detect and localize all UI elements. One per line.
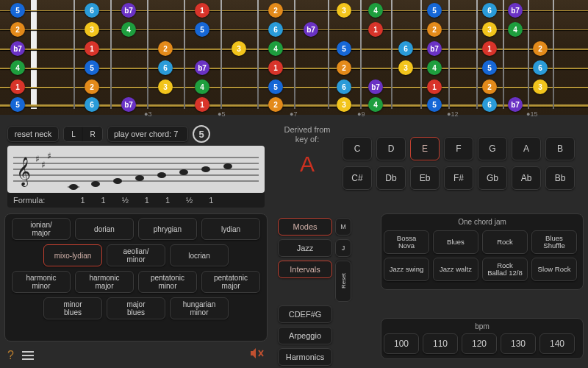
fretboard-note[interactable]: 6 (268, 22, 283, 37)
fretboard-note[interactable]: 5 (337, 41, 351, 56)
scale-pentatonic-major-button[interactable]: pentatonic major (201, 271, 260, 293)
fretboard-note[interactable]: 1 (482, 41, 497, 56)
scale-major-blues-button[interactable]: major blues (107, 297, 165, 319)
fretboard-note[interactable]: 5 (268, 79, 283, 94)
fretboard-note[interactable]: 1 (85, 41, 99, 56)
bpm-110-button[interactable]: 110 (423, 333, 458, 354)
scale-minor-blues-button[interactable]: minor blues (43, 297, 102, 319)
key-g-button[interactable]: G (478, 137, 507, 160)
fretboard-note[interactable]: 2 (158, 41, 173, 56)
key-ab-button[interactable]: Ab (512, 166, 541, 190)
fretboard-note[interactable]: b7 (10, 41, 25, 56)
scale-ionian-major-button[interactable]: ionian/ major (12, 218, 71, 240)
fretboard-note[interactable]: 5 (482, 60, 497, 75)
fretboard-note[interactable]: 2 (533, 41, 548, 56)
hand-right-button[interactable]: R (83, 127, 102, 141)
key-b-button[interactable]: B (545, 137, 575, 160)
fretboard-note[interactable]: 2 (268, 97, 283, 112)
key-d-button[interactable]: D (376, 137, 406, 160)
fretboard-note[interactable]: b7 (304, 22, 318, 37)
jam-blues-shuffle-button[interactable]: Blues Shuffle (531, 230, 577, 254)
modes-button[interactable]: Modes (278, 218, 332, 236)
fretboard-note[interactable]: 6 (398, 41, 413, 56)
fretboard-note[interactable]: 6 (85, 97, 99, 112)
fretboard-note[interactable]: 3 (533, 79, 548, 94)
fretboard-note[interactable]: 1 (427, 79, 442, 94)
key-bb-button[interactable]: Bb (545, 166, 575, 190)
fretboard-note[interactable]: 1 (368, 22, 383, 37)
key-f-button[interactable]: F (444, 137, 473, 160)
scale-harmonic-minor-button[interactable]: harmonic minor (12, 271, 71, 293)
scale-mixo-lydian-button[interactable]: mixo-lydian (43, 244, 102, 266)
jazz-button[interactable]: Jazz (278, 239, 332, 257)
scale-hungarian-minor-button[interactable]: hungarian minor (170, 297, 229, 319)
fretboard-note[interactable]: 4 (268, 41, 283, 56)
scale-phrygian-button[interactable]: phrygian (138, 218, 197, 240)
fretboard-note[interactable]: 1 (195, 3, 209, 18)
fretboard-note[interactable]: 4 (121, 22, 136, 37)
fretboard-note[interactable]: 1 (268, 60, 283, 75)
fretboard-note[interactable]: 2 (85, 79, 99, 94)
key-eb-button[interactable]: Eb (410, 166, 440, 190)
key-a-button[interactable]: A (512, 137, 541, 160)
position-number-button[interactable]: 5 (193, 125, 210, 143)
fretboard-note[interactable]: b7 (368, 79, 383, 94)
jam-jazz-waltz-button[interactable]: Jazz waltz (433, 258, 478, 281)
fretboard-note[interactable]: b7 (121, 3, 136, 18)
mute-icon[interactable] (250, 347, 265, 362)
key-fsharp-button[interactable]: F# (444, 166, 473, 190)
fretboard-note[interactable]: 3 (337, 97, 351, 112)
fretboard-note[interactable]: b7 (195, 60, 209, 75)
menu-icon[interactable] (22, 349, 34, 362)
m-side-button[interactable]: M (335, 218, 351, 236)
fretboard-note[interactable]: 3 (85, 22, 99, 37)
fretboard[interactable]: ●3●5●7●9●12●1556b7123456b723456b71234b71… (0, 0, 588, 115)
fretboard-note[interactable]: 2 (482, 79, 497, 94)
key-c-button[interactable]: C (343, 137, 372, 160)
jam-bossa-nova-button[interactable]: Bossa Nova (384, 230, 429, 254)
scale-harmonic-major-button[interactable]: harmonic major (75, 271, 134, 293)
fretboard-note[interactable]: 6 (482, 97, 497, 112)
arpeggio-button[interactable]: Arpeggio (278, 327, 332, 344)
fretboard-note[interactable]: 1 (195, 97, 209, 112)
key-csharp-button[interactable]: C# (343, 166, 372, 190)
fretboard-note[interactable]: 6 (85, 3, 99, 18)
scale-pentatonic-minor-button[interactable]: pentatonic minor (138, 271, 197, 293)
fretboard-note[interactable]: b7 (508, 97, 523, 112)
help-icon[interactable]: ? (7, 349, 14, 362)
fretboard-note[interactable]: b7 (508, 3, 523, 18)
fretboard-note[interactable]: 4 (368, 3, 383, 18)
reset-side-button[interactable]: Reset (335, 261, 351, 302)
scale-aeolian-minor-button[interactable]: aeolian/ minor (107, 244, 165, 266)
scale-locrian-button[interactable]: locrian (170, 244, 229, 266)
reset-neck-button[interactable]: reset neck (7, 126, 59, 142)
fretboard-note[interactable]: 4 (427, 60, 442, 75)
fretboard-note[interactable]: 4 (195, 79, 209, 94)
jam-blues-button[interactable]: Blues (433, 230, 478, 254)
fretboard-note[interactable]: 5 (10, 3, 25, 18)
cdefg-button[interactable]: CDEF#G (278, 305, 332, 323)
key-e-button[interactable]: E (410, 137, 440, 160)
fretboard-note[interactable]: 4 (10, 60, 25, 75)
bpm-100-button[interactable]: 100 (384, 333, 419, 354)
fretboard-note[interactable]: 5 (195, 22, 209, 37)
fretboard-note[interactable]: 3 (232, 41, 246, 56)
j-side-button[interactable]: J (335, 239, 351, 257)
fretboard-note[interactable]: b7 (427, 41, 442, 56)
harmonics-button[interactable]: Harmonics (278, 348, 332, 366)
fretboard-note[interactable]: 6 (482, 3, 497, 18)
jam-jazz-swing-button[interactable]: Jazz swing (384, 258, 429, 281)
jam-rock-button[interactable]: Rock (482, 230, 528, 254)
intervals-button[interactable]: Intervals (278, 261, 332, 278)
fretboard-note[interactable]: 3 (482, 22, 497, 37)
scale-lydian-button[interactable]: lydian (201, 218, 260, 240)
fretboard-note[interactable]: 2 (268, 3, 283, 18)
fretboard-note[interactable]: 3 (337, 3, 351, 18)
bpm-120-button[interactable]: 120 (462, 333, 497, 354)
fretboard-note[interactable]: 2 (10, 22, 25, 37)
jam-slow-rock-button[interactable]: Slow Rock (531, 258, 577, 281)
fretboard-note[interactable]: 5 (10, 97, 25, 112)
fretboard-note[interactable]: 5 (85, 60, 99, 75)
scale-dorian-button[interactable]: dorian (75, 218, 134, 240)
bpm-130-button[interactable]: 130 (501, 333, 536, 354)
